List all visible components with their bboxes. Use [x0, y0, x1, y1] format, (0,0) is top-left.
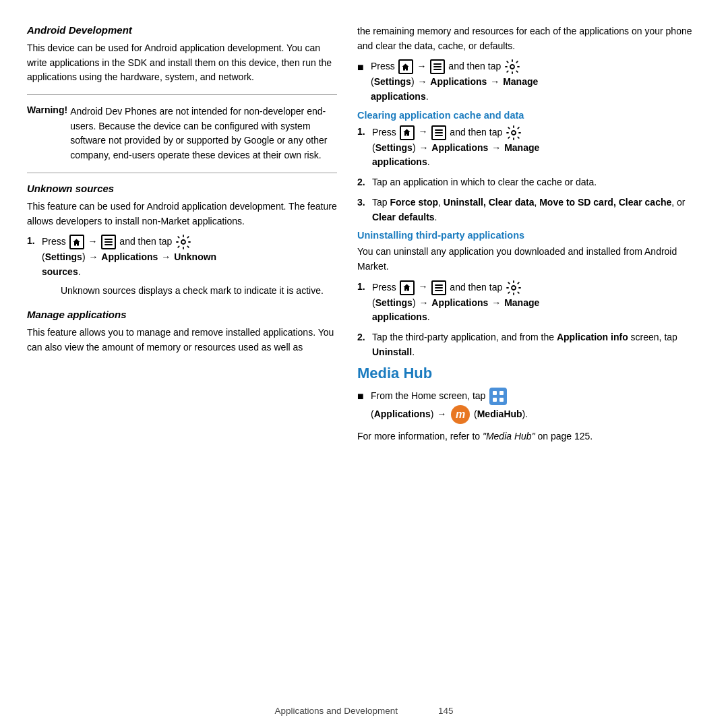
clear-step-1: 1. Press → and then tap [357, 125, 701, 170]
clearing-steps: 1. Press → and then tap [357, 125, 701, 224]
manage-apps-section: Manage applications This feature allows … [27, 309, 337, 355]
unknown-sources-title: Unknown sources [27, 183, 337, 194]
svg-rect-7 [499, 398, 504, 402]
clear-step3-content: Tap Force stop, Uninstall, Clear data, M… [372, 195, 701, 224]
c1-pre: Press [372, 126, 396, 137]
mediahub-icon: m [451, 405, 470, 424]
svg-point-1 [510, 65, 514, 69]
clear-step1-content: Press → and then tap (Sett [372, 125, 539, 170]
warning-label: Warning! [27, 104, 67, 163]
c1-arrow1: → [419, 126, 431, 137]
menu-icon-4 [431, 280, 446, 295]
b1-arrow3: → [490, 76, 502, 87]
u1-arrow3: → [491, 297, 504, 308]
page-footer: Applications and Development 145 [0, 699, 728, 728]
footer-page: 145 [438, 706, 454, 716]
manage-apps-body: This feature allows you to manage and re… [27, 326, 337, 355]
home-icon-2 [398, 59, 413, 74]
svg-point-3 [512, 286, 516, 290]
grid-icon [489, 388, 507, 405]
step-num-1: 1. [27, 234, 38, 303]
clear-num-1: 1. [357, 125, 368, 170]
c1-mid: and then tap [450, 126, 502, 137]
svg-point-2 [512, 131, 516, 135]
android-dev-title: Android Development [27, 24, 337, 36]
uninstall-num-2: 2. [357, 330, 368, 359]
uninstall-num-1: 1. [357, 280, 368, 325]
mh-note-pre: For more information, refer to [357, 431, 480, 442]
clear-step2-text: Tap an application in which to clear the… [372, 175, 597, 190]
android-dev-section: Android Development This device can be u… [27, 24, 337, 85]
mh-apps: Applications [374, 408, 431, 419]
b1-dot: . [426, 91, 429, 102]
clear-step-3: 3. Tap Force stop, Uninstall, Clear data… [357, 195, 701, 224]
c1-arrow3: → [491, 142, 504, 153]
media-hub-bullet-content: From the Home screen, tap (Application [371, 388, 528, 424]
divider-1 [27, 94, 337, 95]
step1-pre: Press [42, 236, 66, 247]
b1-pre: Press [371, 61, 395, 71]
uninstalling-body: You can uninstall any application you do… [357, 245, 701, 274]
svg-rect-4 [493, 391, 497, 395]
b1-mid: and then tap [448, 61, 501, 71]
media-hub-bullets: ■ From the Home screen, tap [357, 388, 701, 424]
menu-icon-3 [431, 125, 446, 140]
unknown-sources-body: This feature can be used for Android app… [27, 200, 337, 229]
c1-arrow2: → [419, 142, 431, 153]
u1-mid: and then tap [450, 281, 502, 292]
b1-apps: Applications [430, 76, 487, 87]
svg-rect-6 [493, 398, 497, 402]
step-1: 1. Press → an [27, 234, 337, 303]
android-dev-body: This device can be used for Android appl… [27, 41, 337, 85]
clear-step-2: 2. Tap an application in which to clear … [357, 175, 701, 190]
b1-settings: (Settings) [371, 76, 415, 87]
uninstall-step-1: 1. Press → and then tap [357, 280, 701, 325]
clearing-cache-section: Clearing application cache and data 1. P… [357, 110, 701, 224]
home-icon-4 [400, 280, 415, 295]
b1-arrow2: → [417, 76, 429, 87]
step-1-content: Press → and then tap [42, 234, 324, 303]
u1-apps: Applications [431, 297, 488, 308]
manage-steps-bullet: ■ Press → and then tap (Settings) [357, 59, 701, 104]
clear-num-2: 2. [357, 175, 368, 190]
c1-settings: (Settings) [372, 142, 416, 153]
arrow-2: → [88, 251, 100, 262]
u1-settings: (Settings) [372, 297, 416, 308]
warning-text: Android Dev Phones are not intended for … [70, 104, 337, 163]
uninstalling-section: Uninstalling third-party applications Yo… [357, 230, 701, 359]
left-column: Android Development This device can be u… [27, 24, 337, 686]
media-hub-bullet-1: ■ From the Home screen, tap [357, 388, 701, 424]
bullet-sq-1: ■ [357, 59, 367, 76]
bullet-sq-2: ■ [357, 388, 367, 405]
mh-mediahub: MediaHub [477, 408, 522, 419]
uninstall-step1-content: Press → and then tap (Sett [372, 280, 539, 325]
menu-icon-2 [430, 59, 445, 74]
u1-pre: Press [372, 281, 396, 292]
clearing-cache-title: Clearing application cache and data [357, 110, 701, 121]
unknown-note: Unknown sources displays a check mark to… [42, 284, 324, 299]
uninstall-step-2: 2. Tap the third-party application, and … [357, 330, 701, 359]
step1-settings: (Settings) [42, 251, 86, 262]
mh-note-post: on page 125. [538, 431, 593, 442]
mh-arrow: → [437, 408, 449, 419]
step1-mid1: and then tap [119, 236, 172, 247]
manage-apps-title: Manage applications [27, 309, 337, 320]
home-icon-1 [69, 235, 84, 249]
uninstalling-steps: 1. Press → and then tap [357, 280, 701, 360]
manage-bullet-1: ■ Press → and then tap (Settings) [357, 59, 701, 104]
mh-note-italic: "Media Hub" [483, 431, 535, 442]
clear-num-3: 3. [357, 195, 368, 224]
b1-arrow1: → [417, 61, 429, 71]
uninstall-step2-content: Tap the third-party application, and fro… [372, 330, 701, 359]
step1-apps: Applications [101, 251, 158, 262]
footer-label: Applications and Development [275, 706, 398, 716]
uninstalling-title: Uninstalling third-party applications [357, 230, 701, 241]
u1-arrow1: → [419, 281, 431, 292]
arrow-3: → [161, 251, 173, 262]
divider-2 [27, 173, 337, 173]
settings-icon-2 [504, 59, 520, 75]
warning-block: Warning! Android Dev Phones are not inte… [27, 104, 337, 163]
media-hub-note: For more information, refer to "Media Hu… [357, 429, 701, 444]
media-hub-title: Media Hub [357, 365, 701, 382]
continuation-text: the remaining memory and resources for e… [357, 24, 701, 53]
